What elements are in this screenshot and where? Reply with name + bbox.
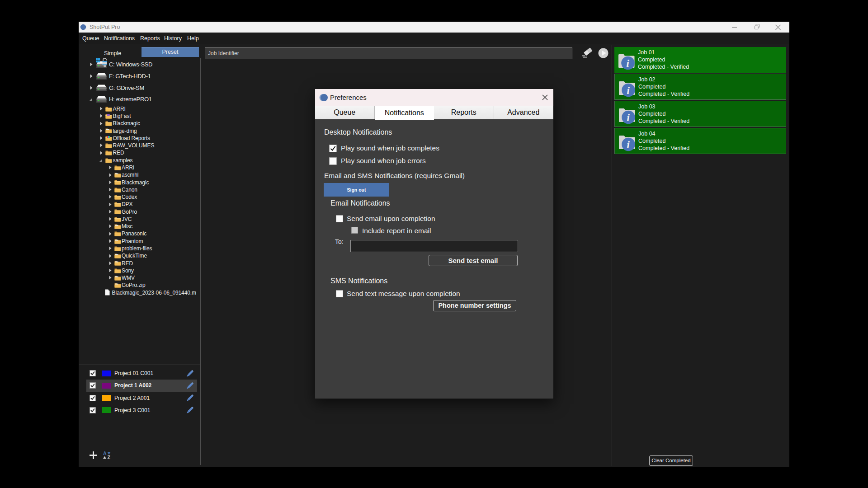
svg-text:Z: Z xyxy=(108,455,111,460)
svg-text:A: A xyxy=(103,450,107,456)
